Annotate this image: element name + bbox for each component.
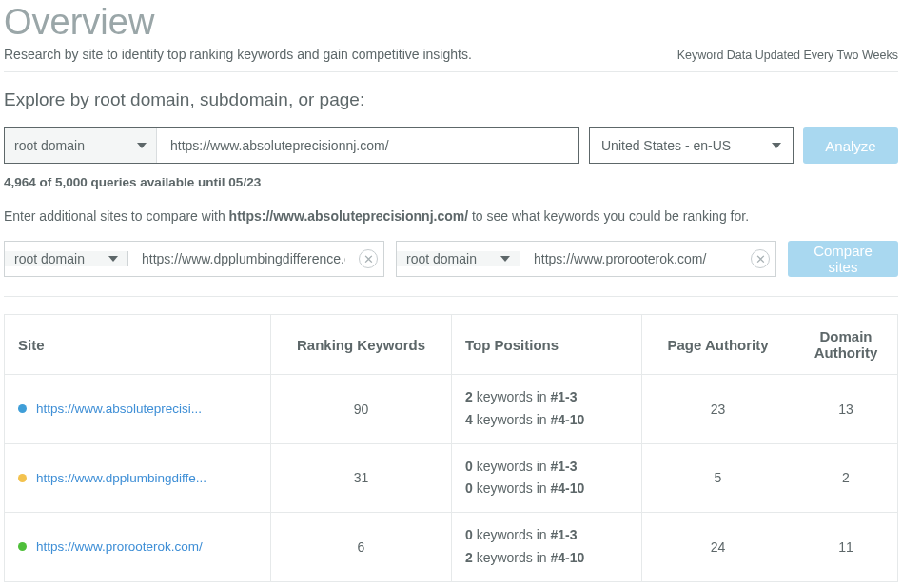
- compare-sites-button[interactable]: Compare sites: [788, 241, 898, 277]
- domain-url-input[interactable]: [157, 128, 578, 163]
- color-dot-icon: [18, 474, 27, 482]
- compare-prompt-domain: https://www.absoluteprecisionnj.com/: [229, 208, 469, 224]
- results-table: Site Ranking Keywords Top Positions Page…: [4, 314, 898, 582]
- top-count-2: 2: [465, 550, 473, 565]
- top-positions-cell: 2 keywords in #1-34 keywords in #4-10: [452, 375, 642, 444]
- chevron-down-icon: [108, 256, 118, 262]
- divider: [4, 296, 898, 297]
- compare-row: root domain ✕ root domain ✕ Compare site…: [4, 241, 898, 277]
- top-count-1: 0: [465, 527, 473, 542]
- col-header-site[interactable]: Site: [5, 315, 271, 375]
- site-link[interactable]: https://www.absoluteprecisi...: [36, 402, 202, 416]
- compare-scope-dropdown-1[interactable]: root domain: [5, 251, 128, 266]
- chevron-down-icon: [500, 256, 510, 262]
- color-dot-icon: [18, 542, 27, 551]
- top-range-1: #1-3: [551, 459, 578, 474]
- compare-scope-label: root domain: [406, 251, 477, 266]
- col-header-pa[interactable]: Page Authority: [642, 315, 794, 375]
- site-link[interactable]: https://www.dpplumbingdiffe...: [36, 471, 206, 485]
- explore-row: root domain United States - en-US Analyz…: [4, 127, 898, 164]
- compare-scope-label: root domain: [14, 251, 85, 266]
- table-row: https://www.dpplumbingdiffe...310 keywor…: [5, 443, 898, 513]
- top-label-2: keywords in: [473, 550, 551, 565]
- col-header-top[interactable]: Top Positions: [452, 315, 642, 375]
- table-row: https://www.prorooterok.com/60 keywords …: [5, 513, 898, 582]
- top-range-2: #4-10: [551, 550, 585, 565]
- domain-authority-value: 2: [794, 443, 898, 513]
- table-row: https://www.absoluteprecisi...902 keywor…: [5, 375, 898, 444]
- top-positions-cell: 0 keywords in #1-32 keywords in #4-10: [452, 513, 642, 582]
- chevron-down-icon: [772, 143, 781, 148]
- compare-url-input-1[interactable]: [128, 251, 359, 266]
- clear-icon[interactable]: ✕: [359, 249, 378, 268]
- top-range-1: #1-3: [551, 389, 578, 404]
- compare-url-input-2[interactable]: [520, 251, 751, 266]
- locale-dropdown-label: United States - en-US: [601, 138, 731, 153]
- explore-label: Explore by root domain, subdomain, or pa…: [4, 89, 898, 110]
- col-header-ranking[interactable]: Ranking Keywords: [271, 315, 452, 375]
- ranking-keywords-value: 6: [271, 513, 452, 582]
- top-positions-cell: 0 keywords in #1-30 keywords in #4-10: [452, 443, 642, 513]
- page-title: Overview: [4, 2, 898, 43]
- color-dot-icon: [18, 404, 27, 413]
- clear-icon[interactable]: ✕: [751, 249, 770, 268]
- compare-prompt: Enter additional sites to compare with h…: [4, 208, 898, 224]
- ranking-keywords-value: 31: [271, 443, 452, 513]
- page-authority-value: 24: [642, 513, 794, 582]
- page-subtitle: Research by site to identify top ranking…: [4, 47, 472, 62]
- compare-input-1: root domain ✕: [4, 241, 384, 277]
- scope-dropdown-label: root domain: [14, 138, 85, 153]
- page-authority-value: 5: [642, 443, 794, 513]
- data-update-note: Keyword Data Updated Every Two Weeks: [677, 49, 898, 62]
- top-label-2: keywords in: [473, 412, 551, 427]
- compare-prompt-prefix: Enter additional sites to compare with: [4, 208, 229, 224]
- top-label-2: keywords in: [473, 480, 551, 496]
- top-count-2: 0: [465, 480, 473, 496]
- domain-input-group: root domain: [4, 127, 579, 164]
- compare-prompt-suffix: to see what keywords you could be rankin…: [468, 208, 749, 224]
- top-label-1: keywords in: [473, 389, 551, 404]
- site-link[interactable]: https://www.prorooterok.com/: [36, 539, 203, 554]
- top-range-2: #4-10: [551, 412, 585, 427]
- locale-dropdown[interactable]: United States - en-US: [589, 127, 794, 164]
- top-label-1: keywords in: [473, 527, 551, 542]
- compare-input-2: root domain ✕: [396, 241, 776, 277]
- domain-authority-value: 11: [794, 513, 898, 582]
- top-range-1: #1-3: [551, 527, 578, 542]
- top-count-1: 0: [465, 459, 473, 474]
- page-authority-value: 23: [642, 375, 794, 444]
- top-count-2: 4: [465, 412, 473, 427]
- col-header-da[interactable]: Domain Authority: [794, 315, 898, 375]
- ranking-keywords-value: 90: [271, 375, 452, 444]
- divider: [4, 71, 898, 72]
- chevron-down-icon: [137, 143, 147, 148]
- top-range-2: #4-10: [551, 480, 585, 496]
- query-quota-note: 4,964 of 5,000 queries available until 0…: [4, 175, 898, 189]
- top-count-1: 2: [465, 389, 473, 404]
- top-label-1: keywords in: [473, 459, 551, 474]
- compare-scope-dropdown-2[interactable]: root domain: [397, 251, 520, 266]
- analyze-button[interactable]: Analyze: [803, 127, 898, 164]
- scope-dropdown[interactable]: root domain: [5, 128, 157, 163]
- domain-authority-value: 13: [794, 375, 898, 444]
